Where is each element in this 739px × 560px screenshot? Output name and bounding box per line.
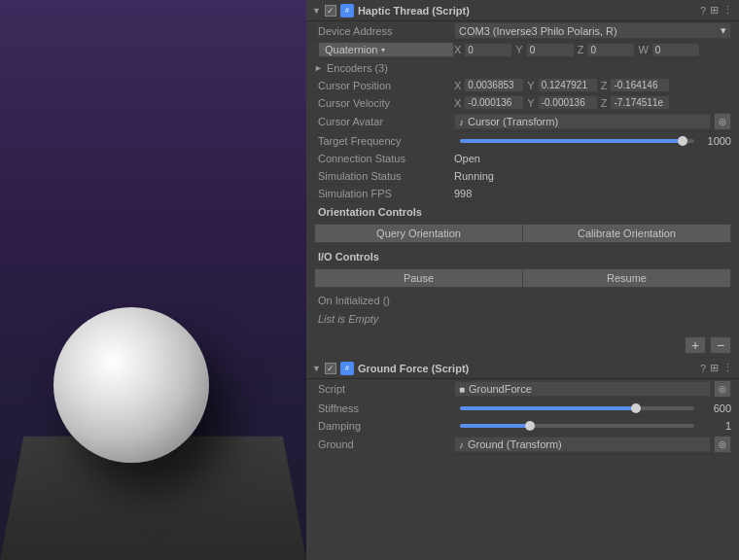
device-address-value: COM3 (Inverse3 Philo Polaris, R) ▾ — [454, 22, 731, 39]
script-select-btn[interactable]: ◎ — [714, 380, 731, 398]
script-ref: ■ GroundForce — [454, 381, 711, 397]
ground-force-settings-icon[interactable]: ⊞ — [710, 362, 719, 374]
cp-z-label: Z — [601, 80, 608, 91]
damping-slider[interactable] — [460, 424, 694, 428]
cp-x-label: X — [454, 80, 461, 91]
quat-x-input[interactable] — [465, 44, 511, 56]
quaternion-fields: X Y Z W — [454, 44, 731, 56]
quat-w-input[interactable] — [652, 44, 699, 56]
ground-select-btn[interactable]: ◎ — [714, 436, 731, 453]
cursor-velocity-label: Cursor Velocity — [318, 97, 454, 109]
quat-w-label: W — [638, 44, 648, 55]
remove-event-button[interactable]: − — [710, 336, 731, 354]
quat-y-label: Y — [515, 44, 522, 55]
cv-y-label: Y — [527, 97, 534, 109]
cursor-avatar-select-btn[interactable]: ◎ — [714, 113, 731, 130]
damping-label: Damping — [318, 420, 454, 432]
simulation-status-row: Simulation Status Running — [306, 167, 739, 185]
target-freq-value: 1000 — [700, 135, 731, 147]
haptic-help-icon[interactable]: ? — [700, 5, 706, 17]
cp-y-input[interactable] — [539, 79, 597, 91]
stiffness-fill — [460, 406, 636, 410]
ground-icon: ♪ — [459, 439, 464, 450]
target-freq-slider[interactable] — [460, 139, 694, 143]
cv-z-input[interactable] — [611, 96, 669, 109]
ground-ref: ♪ Ground (Transform) — [454, 437, 711, 452]
cv-y-input[interactable] — [539, 96, 597, 109]
ground-row: Ground ♪ Ground (Transform) ◎ — [306, 435, 739, 455]
cp-y-label: Y — [527, 80, 534, 91]
ground-force-title: Ground Force (Script) — [358, 363, 696, 374]
fold-arrow-ground[interactable]: ▼ — [312, 364, 321, 373]
simulation-fps-row: Simulation FPS 998 — [306, 185, 739, 202]
haptic-thread-title: Haptic Thread (Script) — [358, 5, 696, 17]
target-freq-thumb[interactable] — [678, 136, 687, 146]
orientation-buttons-row: Query Orientation Calibrate Orientation — [306, 221, 739, 247]
encoders-label: Encoders (3) — [327, 62, 388, 74]
cursor-position-fields: X Y Z — [454, 79, 731, 91]
ground-force-more-icon[interactable]: ⋮ — [722, 362, 733, 374]
script-label: Script — [318, 383, 454, 395]
stiffness-slider[interactable] — [460, 406, 694, 410]
3d-sphere — [53, 307, 209, 463]
calibrate-orientation-button[interactable]: Calibrate Orientation — [522, 224, 731, 243]
device-address-text: COM3 (Inverse3 Philo Polaris, R) — [459, 25, 617, 37]
haptic-more-icon[interactable]: ⋮ — [722, 4, 733, 17]
ground-force-header: ▼ # Ground Force (Script) ? ⊞ ⋮ — [306, 358, 739, 379]
quat-x-label: X — [454, 44, 461, 55]
script-value: ■ GroundForce ◎ — [454, 380, 731, 398]
cv-z-label: Z — [601, 97, 608, 109]
query-orientation-button[interactable]: Query Orientation — [314, 224, 522, 243]
resume-button[interactable]: Resume — [522, 268, 731, 288]
ground-force-enabled-checkbox[interactable] — [325, 363, 336, 374]
haptic-thread-header: ▼ # Haptic Thread (Script) ? ⊞ ⋮ — [306, 0, 739, 21]
cursor-avatar-name: Cursor (Transform) — [468, 116, 706, 127]
ground-force-script-icon: # — [340, 362, 354, 375]
stiffness-thumb[interactable] — [631, 403, 641, 413]
target-frequency-row: Target Frequency 1000 — [306, 132, 739, 150]
pause-button[interactable]: Pause — [314, 268, 522, 288]
cursor-avatar-ref: ♪ Cursor (Transform) — [454, 114, 711, 129]
connection-status-row: Connection Status Open — [306, 150, 739, 167]
script-row: Script ■ GroundForce ◎ — [306, 379, 739, 400]
cursor-avatar-label: Cursor Avatar — [318, 116, 454, 127]
fold-arrow-haptic[interactable]: ▼ — [312, 6, 321, 16]
damping-thumb[interactable] — [525, 421, 535, 431]
ground-name: Ground (Transform) — [468, 438, 706, 450]
haptic-settings-icon[interactable]: ⊞ — [710, 4, 719, 17]
inspector-panel: ▼ # Haptic Thread (Script) ? ⊞ ⋮ Device … — [306, 0, 739, 560]
cursor-avatar-row: Cursor Avatar ♪ Cursor (Transform) ◎ — [306, 112, 739, 132]
damping-row: Damping 1 — [306, 417, 739, 435]
connection-status-value: Open — [454, 153, 480, 164]
cursor-velocity-fields: X Y Z — [454, 96, 731, 109]
device-address-label: Device Address — [318, 25, 454, 37]
cp-z-input[interactable] — [611, 79, 669, 91]
connection-status-label: Connection Status — [318, 153, 454, 164]
add-event-button[interactable]: + — [685, 336, 706, 354]
stiffness-row: Stiffness 600 — [306, 400, 739, 417]
cursor-avatar-icon: ♪ — [459, 117, 464, 127]
orientation-controls-header: Orientation Controls — [306, 202, 739, 221]
script-icon: ■ — [459, 384, 465, 395]
stiffness-label: Stiffness — [318, 402, 454, 414]
ground-value: ♪ Ground (Transform) ◎ — [454, 436, 731, 453]
haptic-enabled-checkbox[interactable] — [325, 5, 336, 17]
quaternion-dropdown-btn[interactable]: Quaternion ▾ — [318, 42, 454, 57]
quat-y-input[interactable] — [527, 44, 574, 56]
unity-viewport — [0, 0, 306, 560]
cv-x-input[interactable] — [465, 96, 523, 109]
simulation-fps-value: 998 — [454, 188, 472, 199]
cv-x-label: X — [454, 97, 461, 109]
quaternion-label: Quaternion — [325, 44, 377, 55]
empty-list-label: List is Empty — [318, 313, 378, 325]
quaternion-select[interactable]: Quaternion ▾ — [318, 42, 454, 57]
cp-x-input[interactable] — [465, 79, 523, 91]
quat-z-label: Z — [578, 44, 584, 55]
encoders-section[interactable]: ► Encoders (3) — [306, 59, 739, 77]
device-address-dropdown[interactable]: COM3 (Inverse3 Philo Polaris, R) ▾ — [454, 22, 731, 39]
ground-force-help-icon[interactable]: ? — [700, 363, 706, 374]
stiffness-value: 600 — [700, 402, 731, 414]
quaternion-arrow: ▾ — [381, 46, 385, 54]
quat-z-input[interactable] — [587, 44, 634, 56]
cursor-velocity-row: Cursor Velocity X Y Z — [306, 94, 739, 112]
